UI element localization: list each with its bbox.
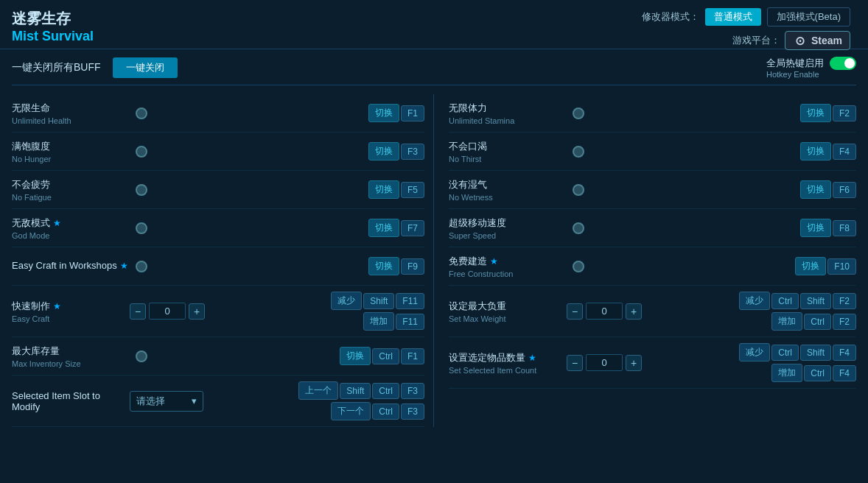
hotkey-section: 全局热键启用 Hotkey Enable [766, 57, 856, 79]
ic-ctrl-shift-key[interactable]: Ctrl [771, 345, 799, 361]
feature-name-cn: Easy Craft in Workshops ★ [12, 260, 130, 271]
key-f1-button[interactable]: F1 [401, 105, 424, 121]
shift-key-button[interactable]: Shift [363, 293, 394, 309]
mw-f2-2-key[interactable]: F2 [833, 314, 856, 330]
feature-free-construction: 免费建造 ★ Free Construction 切换 F10 [449, 247, 856, 286]
feature-name-cn: 设定最大负重 [449, 300, 567, 313]
easy-craft-dec-button[interactable]: − [130, 303, 146, 320]
steam-text: Steam [811, 35, 842, 46]
key-group-f4: 切换 F4 [800, 142, 856, 161]
switch-f3-button[interactable]: 切换 [368, 142, 399, 161]
key-f8-button[interactable]: F8 [833, 220, 856, 236]
dec-label-button[interactable]: 减少 [331, 292, 362, 310]
mw-ctrl-key[interactable]: Ctrl [771, 293, 799, 309]
feature-no-thirst: 不会口渴 No Thirst 切换 F4 [449, 133, 856, 171]
key-f9-button[interactable]: F9 [401, 258, 424, 275]
steam-icon: ⊙ [793, 33, 808, 48]
toggle-free-construction[interactable] [573, 261, 584, 272]
one-key-button[interactable]: 一键关闭 [113, 57, 178, 78]
ctrl-prev-button[interactable]: Ctrl [372, 383, 399, 399]
key-group-f8: 切换 F8 [800, 219, 856, 237]
switch-f8-button[interactable]: 切换 [800, 219, 831, 237]
switch-max-inventory-button[interactable]: 切换 [340, 347, 371, 365]
mw-ctrl2-key[interactable]: Ctrl [804, 314, 831, 330]
item-count-inc-button[interactable]: + [626, 355, 642, 371]
max-weight-dec-button[interactable]: − [567, 303, 583, 320]
f11-dec-button[interactable]: F11 [396, 293, 424, 309]
slot-select[interactable]: 请选择 ▾ [130, 391, 203, 412]
toggle-no-fatigue[interactable] [136, 184, 147, 196]
key-f7-button[interactable]: F7 [401, 220, 424, 236]
ic-f4-key[interactable]: F4 [833, 345, 856, 361]
mw-dec-label[interactable]: 减少 [739, 292, 770, 310]
ic-ctrl-f4-key[interactable]: Ctrl [804, 365, 831, 381]
toggle-easy-craft-workshops[interactable] [136, 261, 147, 272]
toggle-no-wetness[interactable] [573, 184, 584, 196]
key-f10-button[interactable]: F10 [827, 258, 856, 275]
feature-name-cn: 没有湿气 [449, 178, 567, 191]
ic-f4-2-key[interactable]: F4 [833, 365, 856, 381]
ic-dec-label[interactable]: 减少 [739, 343, 770, 362]
easy-craft-value[interactable] [149, 303, 186, 320]
key-f3-button[interactable]: F3 [401, 144, 424, 160]
feature-name-cn: 无限体力 [449, 102, 567, 115]
hotkey-en-label: Hotkey Enable [766, 70, 819, 79]
switch-f1-button[interactable]: 切换 [368, 104, 399, 122]
mw-f2-key[interactable]: F2 [833, 293, 856, 309]
prev-button[interactable]: 上一个 [298, 381, 338, 400]
key-f5-button[interactable]: F5 [401, 182, 424, 198]
ic-shift-f4-key[interactable]: Shift [800, 345, 831, 361]
toggle-unlimited-stamina[interactable] [573, 107, 584, 119]
key-f2-button[interactable]: F2 [833, 105, 856, 121]
hotkey-toggle[interactable] [830, 57, 856, 70]
f1-key-button[interactable]: F1 [401, 348, 424, 364]
platform-row: 游戏平台： ⊙ Steam [732, 31, 850, 50]
feature-name-en: God Mode [12, 231, 130, 240]
max-weight-value[interactable] [586, 303, 623, 320]
key-group-f1: 切换 F1 [368, 104, 424, 122]
switch-f10-button[interactable]: 切换 [795, 257, 826, 275]
top-bar: 一键关闭所有BUFF 一键关闭 全局热键启用 Hotkey Enable [12, 57, 856, 85]
right-panel: 无限体力 Unlimited Stamina 切换 F2 不会口渴 No Thi… [434, 94, 856, 427]
ctrl-next-button[interactable]: Ctrl [372, 403, 399, 420]
max-weight-inc-button[interactable]: + [626, 303, 642, 320]
star-icon: ★ [120, 261, 128, 271]
mode-normal-button[interactable]: 普通模式 [705, 8, 761, 26]
feature-name-en: No Hunger [12, 155, 130, 163]
next-button[interactable]: 下一个 [331, 402, 371, 420]
key-f6-button[interactable]: F6 [833, 182, 856, 198]
switch-f5-button[interactable]: 切换 [368, 180, 399, 199]
feature-unlimited-stamina: 无限体力 Unlimited Stamina 切换 F2 [449, 94, 856, 133]
inc-label-button[interactable]: 增加 [363, 312, 394, 331]
key-f4-button[interactable]: F4 [833, 144, 856, 160]
switch-f6-button[interactable]: 切换 [800, 180, 831, 199]
f11-inc-button[interactable]: F11 [396, 314, 424, 330]
feature-selected-slot: Selected Item Slot to Modify 请选择 ▾ 上一个 S… [12, 376, 424, 427]
ctrl-key-button[interactable]: Ctrl [372, 348, 399, 364]
toggle-super-speed[interactable] [573, 222, 584, 234]
shift-prev-button[interactable]: Shift [340, 383, 371, 399]
key-group-f6: 切换 F6 [800, 180, 856, 199]
toggle-god-mode[interactable] [136, 222, 147, 234]
item-count-value[interactable] [586, 354, 623, 371]
toggle-no-thirst[interactable] [573, 146, 584, 158]
steam-badge: ⊙ Steam [785, 31, 850, 50]
feature-name-cn: Selected Item Slot to Modify [12, 390, 130, 412]
switch-f7-button[interactable]: 切换 [368, 219, 399, 237]
ic-inc-label[interactable]: 增加 [771, 364, 802, 382]
toggle-unlimited-health[interactable] [136, 107, 147, 119]
f3-next-button[interactable]: F3 [401, 403, 424, 420]
mode-beta-button[interactable]: 加强模式(Beta) [767, 7, 850, 27]
header-right: 修改器模式： 普通模式 加强模式(Beta) 游戏平台： ⊙ Steam [642, 7, 850, 50]
switch-f4-button[interactable]: 切换 [800, 142, 831, 161]
f3-prev-button[interactable]: F3 [401, 383, 424, 399]
switch-f9-button[interactable]: 切换 [368, 257, 399, 275]
key-group-max-inventory: 切换 Ctrl F1 [340, 347, 424, 365]
mw-inc-label[interactable]: 增加 [771, 312, 802, 331]
easy-craft-inc-button[interactable]: + [189, 303, 205, 320]
switch-f2-button[interactable]: 切换 [800, 104, 831, 122]
toggle-max-inventory[interactable] [136, 350, 147, 362]
mw-shift-key[interactable]: Shift [800, 293, 831, 309]
item-count-dec-button[interactable]: − [567, 355, 583, 371]
toggle-no-hunger[interactable] [136, 146, 147, 158]
